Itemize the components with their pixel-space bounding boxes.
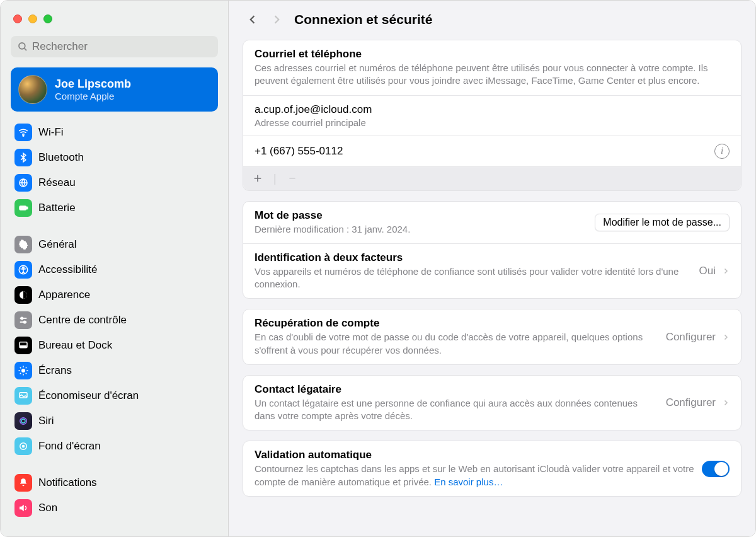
sidebar-item-network[interactable]: Réseau (11, 171, 218, 195)
info-icon[interactable]: i (714, 144, 730, 159)
zoom-window-button[interactable] (43, 14, 52, 23)
sidebar-item-label: Économiseur d'écran (38, 390, 139, 402)
legacy-contact-row[interactable]: Contact légataire Un contact légataire e… (243, 376, 741, 430)
sidebar-item-label: Centre de contrôle (38, 314, 127, 326)
sidebar-item-label: Apparence (38, 289, 90, 301)
sidebar-item-appearance[interactable]: Apparence (11, 283, 218, 307)
legacy-contact-group: Contact légataire Un contact légataire e… (243, 375, 742, 431)
svg-point-11 (21, 317, 23, 319)
search-input[interactable] (32, 40, 212, 53)
sidebar-item-desktop-dock[interactable]: Bureau et Dock (11, 333, 218, 357)
section-heading: Validation automatique (255, 449, 694, 461)
bluetooth-icon (14, 149, 32, 166)
screensaver-icon (14, 387, 32, 405)
sidebar-item-sound[interactable]: Son (11, 496, 218, 520)
svg-point-27 (21, 419, 25, 423)
dock-icon (14, 337, 32, 354)
section-heading: Courriel et téléphone (255, 48, 730, 61)
sidebar-item-notifications[interactable]: Notifications (11, 471, 218, 495)
sidebar-item-siri[interactable]: Siri (11, 409, 218, 433)
svg-line-21 (20, 367, 21, 369)
remove-button[interactable] (287, 173, 298, 184)
phone-value: +1 (667) 555-0112 (255, 145, 343, 158)
section-desc: En cas d'oubli de votre mot de passe ou … (255, 331, 658, 357)
account-recovery-value: Configurer (666, 331, 716, 344)
svg-line-24 (26, 367, 27, 369)
svg-line-22 (26, 373, 27, 374)
svg-point-0 (19, 43, 25, 49)
accessibility-icon (14, 261, 32, 279)
sidebar-item-battery[interactable]: Batterie (11, 196, 218, 220)
battery-icon (14, 199, 32, 217)
sidebar-item-label: Bluetooth (38, 151, 84, 164)
change-password-button[interactable]: Modifier le mot de passe... (595, 214, 730, 231)
sidebar-item-bluetooth[interactable]: Bluetooth (11, 146, 218, 170)
add-button[interactable] (252, 173, 263, 184)
two-factor-row[interactable]: Identification à deux facteurs Vos appar… (243, 243, 741, 299)
sidebar-item-wifi[interactable]: Wi-Fi (11, 120, 218, 144)
svg-rect-5 (26, 207, 28, 209)
chevron-right-icon (722, 398, 730, 408)
auto-validation-toggle[interactable] (702, 461, 730, 477)
email-phone-group: Courriel et téléphone Ces adresses courr… (243, 40, 742, 191)
svg-line-23 (20, 373, 21, 374)
section-heading: Récupération de compte (255, 317, 658, 330)
account-recovery-group: Récupération de compte En cas d'oubli de… (243, 309, 742, 365)
forward-button[interactable] (270, 13, 283, 26)
gear-icon (14, 236, 32, 253)
siri-icon (14, 412, 32, 430)
learn-more-link[interactable]: En savoir plus… (434, 476, 503, 487)
sidebar-item-label: Écrans (38, 364, 72, 377)
sidebar-item-control-center[interactable]: Centre de contrôle (11, 308, 218, 332)
account-recovery-row[interactable]: Récupération de compte En cas d'oubli de… (243, 309, 741, 364)
appearance-icon (14, 286, 32, 304)
bell-icon (14, 474, 32, 492)
sidebar-item-label: Fond d'écran (38, 440, 101, 453)
sidebar-item-label: Son (38, 502, 57, 514)
search-icon (17, 41, 28, 52)
sidebar-item-general[interactable]: Général (11, 233, 218, 257)
avatar (18, 75, 47, 104)
brightness-icon (14, 362, 32, 379)
sidebar-item-wallpaper[interactable]: Fond d'écran (11, 434, 218, 458)
wifi-icon (14, 124, 32, 141)
window-controls (1, 6, 228, 36)
password-group: Mot de passe Dernière modification : 31 … (243, 201, 742, 299)
phone-row[interactable]: +1 (667) 555-0112 i (243, 136, 741, 166)
back-button[interactable] (246, 13, 259, 26)
primary-email-value: a.cup.of.joe@icloud.com (255, 103, 730, 116)
auto-validation-group: Validation automatique Contournez les ca… (243, 441, 742, 497)
search-field[interactable] (11, 36, 218, 57)
svg-point-29 (22, 445, 25, 448)
svg-point-8 (23, 267, 25, 268)
sidebar-item-accessibility[interactable]: Accessibilité (11, 258, 218, 282)
svg-point-13 (24, 321, 26, 323)
sidebar-item-label: Batterie (38, 202, 76, 214)
account-name: Joe Lipscomb (55, 78, 131, 91)
chevron-right-icon (722, 332, 730, 342)
speaker-icon (14, 499, 32, 517)
account-sub: Compte Apple (55, 91, 131, 101)
minimize-window-button[interactable] (28, 14, 37, 23)
primary-email-row[interactable]: a.cup.of.joe@icloud.com Adresse courriel… (243, 95, 741, 136)
sidebar-item-label: Accessibilité (38, 263, 98, 276)
sidebar-item-label: Général (38, 238, 76, 251)
section-heading: Mot de passe (255, 209, 587, 222)
section-desc: Ces adresses courriel et numéros de télé… (255, 62, 730, 88)
svg-point-2 (23, 135, 24, 136)
page-title: Connexion et sécurité (294, 12, 432, 27)
legacy-contact-value: Configurer (666, 396, 716, 409)
section-desc: Contournez les captchas dans les apps et… (255, 463, 694, 488)
svg-rect-15 (21, 346, 26, 347)
sidebar-item-account[interactable]: Joe Lipscomb Compte Apple (11, 67, 218, 112)
section-heading: Contact légataire (255, 383, 658, 396)
wallpaper-icon (14, 437, 32, 455)
close-window-button[interactable] (13, 14, 22, 23)
sidebar-item-screensaver[interactable]: Économiseur d'écran (11, 384, 218, 408)
section-desc: Dernière modification : 31 janv. 2024. (255, 223, 587, 236)
sidebar-item-displays[interactable]: Écrans (11, 359, 218, 383)
sidebar-item-label: Bureau et Dock (38, 339, 112, 352)
globe-icon (14, 174, 32, 192)
svg-line-1 (24, 48, 26, 50)
section-desc: Un contact légataire est une personne de… (255, 397, 658, 423)
